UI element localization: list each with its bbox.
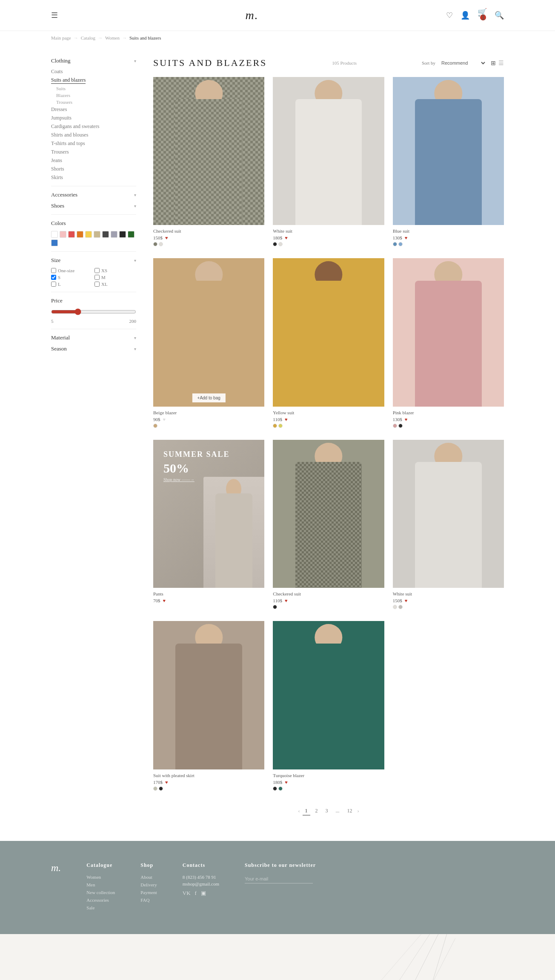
footer-link-women[interactable]: Women: [86, 875, 115, 880]
accessories-filter[interactable]: Accessories ▾: [51, 191, 136, 198]
footer-link-new[interactable]: New collection: [86, 890, 115, 895]
color-blue[interactable]: [51, 239, 58, 246]
search-icon[interactable]: 🔍: [495, 11, 504, 20]
color-lightpink[interactable]: [60, 231, 66, 238]
product-color-swatch[interactable]: [273, 786, 277, 791]
color-white[interactable]: [51, 231, 58, 238]
footer-link-men[interactable]: Men: [86, 882, 115, 887]
sidebar-item-coats[interactable]: Coats: [51, 68, 136, 75]
sidebar-item-shorts[interactable]: Shorts: [51, 166, 136, 172]
product-color-swatch[interactable]: [153, 242, 157, 246]
price-filter-title[interactable]: Price: [51, 297, 136, 304]
wishlist-heart[interactable]: ♥: [405, 598, 408, 603]
product-color-swatch[interactable]: [153, 786, 157, 791]
sort-select[interactable]: Recommend Price: Low to High Price: High…: [440, 60, 486, 66]
size-s[interactable]: S: [51, 275, 93, 280]
footer-link-faq[interactable]: FAQ: [140, 897, 157, 903]
instagram-icon[interactable]: ▣: [201, 890, 206, 897]
clothing-filter[interactable]: Clothing ▾: [51, 57, 136, 64]
product-card-sale[interactable]: SUMMER SALE 50% Shop now ——→ Pants 70$: [153, 440, 264, 612]
product-color-swatch[interactable]: [273, 424, 277, 428]
sidebar-subitem-suits[interactable]: Suits: [56, 86, 136, 91]
product-card[interactable]: White suit 150$ ♥: [393, 440, 504, 612]
wishlist-heart[interactable]: ♥: [165, 780, 168, 785]
product-color-swatch[interactable]: [273, 242, 277, 246]
product-color-swatch[interactable]: [393, 424, 397, 428]
footer-link-about[interactable]: About: [140, 875, 157, 880]
newsletter-input[interactable]: [245, 875, 313, 883]
product-color-swatch[interactable]: [278, 786, 283, 791]
breadcrumb-main[interactable]: Main page: [51, 35, 71, 40]
color-darkgray[interactable]: [102, 231, 109, 238]
sidebar-item-suits-blazers[interactable]: Suits and blazers: [51, 77, 86, 84]
sidebar-item-skirts[interactable]: Skirts: [51, 174, 136, 181]
prev-page[interactable]: ‹: [298, 808, 300, 814]
sidebar-subitem-blazers[interactable]: Blazers: [56, 93, 136, 98]
footer-link-delivery[interactable]: Delivery: [140, 882, 157, 887]
color-gray[interactable]: [111, 231, 117, 238]
page-1[interactable]: 1: [303, 807, 310, 815]
wishlist-heart[interactable]: ♥: [163, 417, 166, 422]
sidebar-item-cardigans[interactable]: Cardigans and sweaters: [51, 123, 136, 130]
product-color-swatch[interactable]: [398, 242, 403, 246]
season-filter[interactable]: Season ▾: [51, 345, 136, 352]
product-color-swatch[interactable]: [159, 242, 163, 246]
wishlist-heart[interactable]: ♥: [163, 598, 166, 603]
vk-icon[interactable]: VK: [183, 890, 191, 897]
sidebar-item-trousers[interactable]: Trousers: [51, 149, 136, 155]
grid-view-icon[interactable]: ⊞: [491, 60, 496, 67]
size-one-size[interactable]: One-size: [51, 268, 93, 273]
breadcrumb-catalog[interactable]: Catalog: [81, 35, 95, 40]
wishlist-heart[interactable]: ♥: [165, 235, 168, 240]
size-xl[interactable]: XL: [94, 282, 136, 287]
sidebar-subitem-trousers[interactable]: Trousers: [56, 100, 136, 105]
product-color-swatch[interactable]: [398, 605, 403, 609]
page-12[interactable]: 12: [345, 807, 355, 815]
product-color-swatch[interactable]: [278, 424, 283, 428]
shoes-filter[interactable]: Shoes ▾: [51, 202, 136, 209]
wishlist-heart[interactable]: ♥: [285, 780, 288, 785]
product-color-swatch[interactable]: [398, 424, 403, 428]
cart-icon[interactable]: 🛒1: [478, 8, 487, 23]
product-card[interactable]: Suit with pleated skirt 170$ ♥: [153, 621, 264, 794]
sidebar-item-tshirts[interactable]: T-shirts and tops: [51, 140, 136, 147]
footer-link-accessories[interactable]: Accessories: [86, 897, 115, 903]
wishlist-heart[interactable]: ♥: [285, 235, 288, 240]
color-black[interactable]: [119, 231, 126, 238]
color-green[interactable]: [128, 231, 134, 238]
next-page[interactable]: ›: [358, 808, 359, 814]
sidebar-item-jeans[interactable]: Jeans: [51, 157, 136, 164]
wishlist-heart[interactable]: ♥: [285, 417, 288, 422]
product-card[interactable]: Yellow suit 110$ ♥: [273, 258, 384, 431]
wishlist-heart[interactable]: ♥: [285, 598, 288, 603]
size-m[interactable]: M: [94, 275, 136, 280]
wishlist-icon[interactable]: ♡: [446, 11, 453, 20]
product-card[interactable]: +Add to bag Beige blazer 90$ ♥: [153, 258, 264, 431]
page-2[interactable]: 2: [313, 807, 320, 815]
product-color-swatch[interactable]: [273, 605, 277, 609]
sidebar-item-dresses[interactable]: Dresses: [51, 106, 136, 113]
wishlist-heart[interactable]: ♥: [405, 417, 408, 422]
facebook-icon[interactable]: f: [195, 890, 197, 897]
price-slider[interactable]: [51, 308, 136, 315]
color-orange[interactable]: [77, 231, 83, 238]
color-beige[interactable]: [94, 231, 100, 238]
product-card[interactable]: Checkered suit 110$ ♥: [273, 440, 384, 612]
wishlist-heart[interactable]: ♥: [405, 235, 408, 240]
size-xs[interactable]: XS: [94, 268, 136, 273]
colors-filter-title[interactable]: Colors: [51, 220, 136, 227]
account-icon[interactable]: 👤: [461, 11, 470, 20]
sidebar-item-jumpsuits[interactable]: Jumpsuits: [51, 115, 136, 121]
breadcrumb-women[interactable]: Women: [105, 35, 120, 40]
product-card[interactable]: Checkered suit 150$ ♥: [153, 77, 264, 250]
product-color-swatch[interactable]: [278, 242, 283, 246]
color-red[interactable]: [68, 231, 75, 238]
product-color-swatch[interactable]: [393, 605, 397, 609]
size-l[interactable]: L: [51, 282, 93, 287]
page-3[interactable]: 3: [323, 807, 331, 815]
footer-link-sale[interactable]: Sale: [86, 905, 115, 910]
product-color-swatch[interactable]: [393, 242, 397, 246]
footer-link-payment[interactable]: Payment: [140, 890, 157, 895]
product-card[interactable]: Turquoise blazer 180$ ♥: [273, 621, 384, 794]
product-color-swatch[interactable]: [153, 424, 157, 428]
